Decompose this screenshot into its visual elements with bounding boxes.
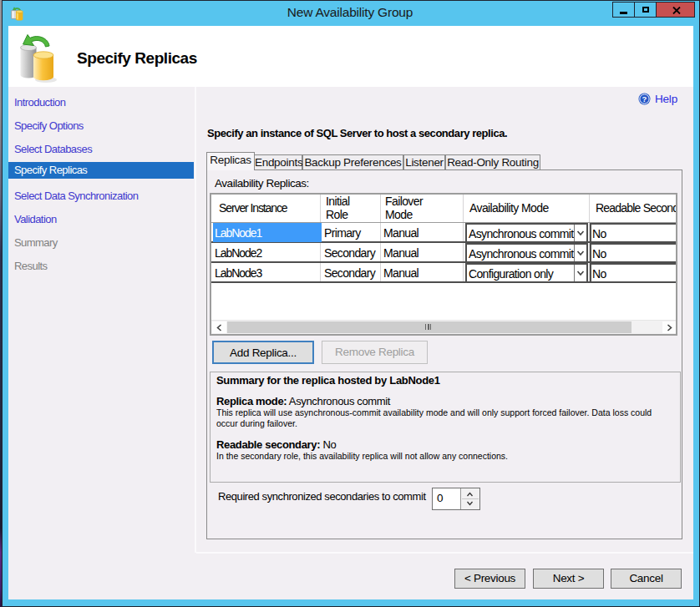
- svg-text:?: ?: [642, 94, 647, 104]
